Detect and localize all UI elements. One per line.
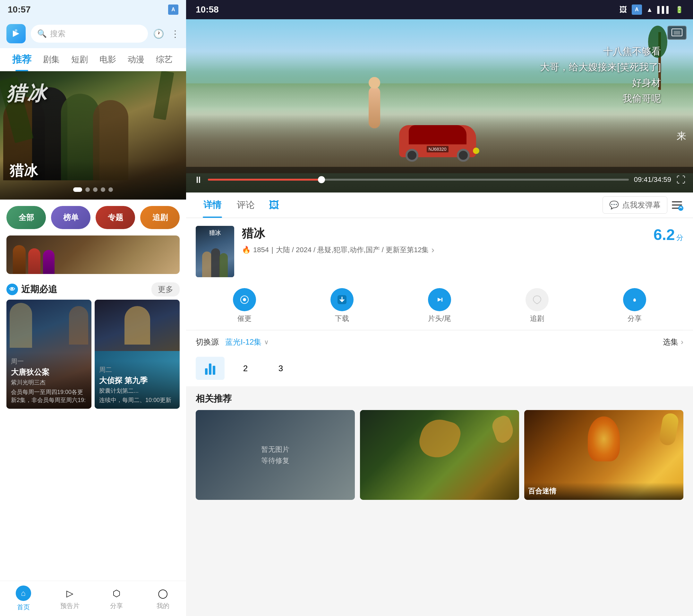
tab-detail[interactable]: 详情	[196, 192, 229, 218]
nav-mine[interactable]: ◯ 我的	[140, 587, 186, 610]
hero-title-large: 猎冰	[6, 81, 47, 107]
action-share[interactable]: 分享	[623, 288, 646, 323]
follow-icon	[526, 288, 549, 311]
ep-2-btn[interactable]: 2	[231, 357, 260, 380]
cat-btn-all[interactable]: 全部	[6, 206, 46, 229]
detail-tabs: 详情 评论 🖼 💬 点我发弹幕	[186, 193, 693, 218]
dot-2[interactable]	[85, 187, 90, 192]
fire-effect	[588, 416, 620, 461]
ep-3-btn[interactable]: 3	[266, 357, 295, 380]
show-info: 猎冰 猎冰 🔥 1854 | 大陆 / 2024 / 悬疑,犯罪,动作,国产 /…	[186, 218, 693, 285]
card-1-subtitle: 紫川光明三杰	[11, 379, 87, 386]
tab-series[interactable]: 剧集	[37, 48, 65, 71]
top-bar: 🔍 搜索 🕐 ⋮	[0, 19, 186, 48]
cat-btn-topic[interactable]: 专题	[96, 206, 135, 229]
share-icon: ⬡	[110, 587, 123, 600]
card-1-figure	[9, 303, 32, 348]
video-player[interactable]: NJ68320 十八焦不够看 大哥，给大嫂接来[笑死我了] 好身材 我偷哥呢 来	[186, 19, 693, 193]
dot-5[interactable]	[108, 187, 113, 192]
card-1-day: 周一	[11, 357, 87, 366]
search-bar[interactable]: 🔍 搜索	[31, 25, 148, 43]
progress-thumb	[318, 176, 325, 183]
episode-select[interactable]: 选集 ›	[663, 337, 684, 347]
action-download[interactable]: 下载	[331, 288, 354, 323]
bar2	[209, 363, 212, 375]
play-pause-btn[interactable]: ⏸	[194, 175, 203, 185]
tab-comment[interactable]: 评论	[229, 192, 262, 218]
tab-variety[interactable]: 综艺	[150, 48, 178, 71]
tab-movie[interactable]: 电影	[94, 48, 122, 71]
danmu-button[interactable]: 💬 点我发弹幕	[602, 196, 667, 214]
content-card-2[interactable]: 外星人电解 周二 大侦探 第九季 胶囊计划第二... 连续中，每周二、10:00…	[95, 300, 180, 409]
list-icon-btn[interactable]	[671, 199, 684, 212]
svg-rect-4	[672, 201, 682, 202]
wifi-icon: ▲	[647, 6, 653, 14]
source-selector[interactable]: 蓝光I-12集 ∨	[225, 337, 269, 347]
tab-short-drama[interactable]: 短剧	[65, 48, 94, 71]
top-bar-actions: 🕐 ⋮	[153, 28, 180, 39]
app-badge-left: A	[168, 4, 178, 15]
show-name: 猎冰	[242, 226, 684, 242]
separator1: |	[272, 246, 273, 254]
cat-btn-follow[interactable]: 追剧	[140, 206, 180, 229]
no-image-text: 暂无图片等待修复	[261, 444, 290, 466]
tv-cast-icon[interactable]	[667, 26, 687, 40]
fire-icon: 🔥	[242, 246, 251, 254]
mine-icon: ◯	[157, 587, 170, 600]
more-icon[interactable]: ⋮	[171, 28, 180, 39]
card-1-title: 大唐狄公案	[11, 367, 87, 377]
history-icon[interactable]: 🕐	[153, 28, 164, 39]
card-2-day: 周二	[99, 365, 175, 374]
svg-point-14	[633, 299, 636, 302]
action-follow[interactable]: 追剧	[526, 288, 549, 323]
secondary-banner[interactable]	[6, 236, 180, 274]
card-1-figure2	[69, 306, 88, 344]
action-skip[interactable]: 片头/尾	[428, 288, 451, 323]
dot-4[interactable]	[101, 187, 105, 192]
app-badge-right: A	[632, 4, 642, 15]
secondary-banner-bg	[6, 236, 180, 274]
content-card-1[interactable]: 周一 大唐狄公案 紫川光明三杰 会员每周一至周四19:00各更新2集，非会员每周…	[6, 300, 92, 409]
video-thumbnail-icon[interactable]: 🖼	[269, 199, 279, 211]
related-card-2[interactable]	[360, 410, 519, 500]
status-bar-left: 10:57 A	[0, 0, 186, 19]
danmu-icon: 💬	[609, 200, 619, 210]
show-stats: 🔥 1854 | 大陆 / 2024 / 悬疑,犯罪,动作,国产 / 更新至第1…	[242, 245, 684, 255]
nav-trailer[interactable]: ▷ 预告片	[46, 587, 93, 610]
fullscreen-btn[interactable]: ⛶	[676, 175, 685, 185]
svg-rect-12	[441, 298, 442, 302]
dot-3[interactable]	[93, 187, 98, 192]
nav-tabs: 推荐 剧集 短剧 电影 动漫 综艺	[0, 48, 186, 71]
nav-share[interactable]: ⬡ 分享	[93, 587, 140, 610]
search-placeholder: 搜索	[50, 28, 65, 39]
urge-icon	[233, 288, 256, 311]
svg-point-7	[678, 206, 684, 211]
related-card-3[interactable]: 百合迷情	[524, 410, 684, 500]
dot-1[interactable]	[73, 187, 82, 192]
chart-icon	[205, 362, 215, 375]
tab-recommend[interactable]: 推荐	[6, 48, 37, 71]
action-urge[interactable]: 催更	[233, 288, 256, 323]
show-poster: 猎冰	[196, 226, 234, 277]
ep-chart-btn[interactable]	[196, 357, 224, 380]
svg-rect-3	[674, 31, 680, 35]
home-icon: ⌂	[16, 585, 31, 601]
status-icons-right: 🖼 A ▲ ▌▌▌ 🔋	[619, 4, 684, 15]
wheel-left	[405, 149, 418, 162]
expand-arrow[interactable]: ›	[431, 245, 434, 255]
app-logo[interactable]	[6, 24, 26, 43]
tab-anime[interactable]: 动漫	[122, 48, 150, 71]
cat-btn-rank[interactable]: 榜单	[51, 206, 91, 229]
more-button[interactable]: 更多	[152, 282, 180, 296]
related-card-1[interactable]: 暂无图片等待修复	[196, 410, 355, 500]
figure-body	[369, 87, 380, 128]
poster-fig3	[219, 253, 228, 277]
progress-track[interactable]	[208, 179, 629, 181]
related-card-3-overlay: 百合迷情	[524, 482, 684, 500]
hero-banner[interactable]: 猎冰 猎冰	[0, 71, 186, 200]
show-rating: 6.2 分	[654, 226, 684, 243]
related-cards: 暂无图片等待修复 百合迷情	[196, 410, 684, 500]
card-1-desc: 会员每周一至周四19:00各更新2集，非会员每周至周六19:	[11, 388, 87, 404]
nav-home[interactable]: ⌂ 首页	[0, 585, 46, 612]
episode-row: 2 3	[186, 354, 693, 386]
